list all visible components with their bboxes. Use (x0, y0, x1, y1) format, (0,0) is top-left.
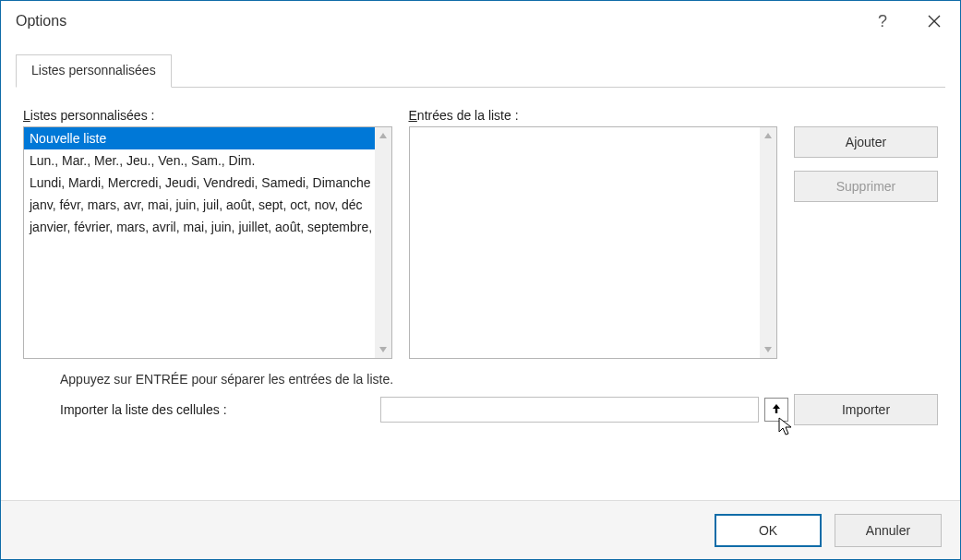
column-lists: Listes personnalisées : Nouvelle liste L… (23, 108, 392, 359)
import-button[interactable]: Importer (794, 394, 938, 425)
dialog-content: Listes personnalisées Listes personnalis… (1, 42, 960, 500)
add-button[interactable]: Ajouter (794, 126, 938, 158)
collapse-dialog-button[interactable] (764, 398, 788, 422)
tab-label: Listes personnalisées (31, 63, 156, 77)
tabpane: Listes personnalisées : Nouvelle liste L… (16, 88, 945, 500)
list-entries-textarea[interactable] (409, 126, 778, 359)
cursor-icon (778, 417, 795, 437)
import-row: Importer la liste des cellules : Importe… (60, 394, 938, 425)
list-item[interactable]: janv, févr, mars, avr, mai, juin, juil, … (24, 194, 375, 216)
scroll-up-icon[interactable] (763, 127, 773, 144)
list-item[interactable]: Nouvelle liste (24, 127, 375, 149)
list-item[interactable]: Lundi, Mardi, Mercredi, Jeudi, Vendredi,… (24, 172, 375, 194)
cancel-button[interactable]: Annuler (835, 514, 942, 547)
collapse-icon (770, 402, 783, 417)
help-text: Appuyez sur ENTRÉE pour séparer les entr… (60, 372, 938, 387)
scroll-down-icon[interactable] (763, 341, 773, 358)
delete-button[interactable]: Supprimer (794, 171, 938, 202)
titlebar: Options ? (1, 1, 960, 42)
tabstrip: Listes personnalisées (16, 54, 945, 88)
column-buttons: Ajouter Supprimer (794, 108, 938, 359)
custom-lists-listbox[interactable]: Nouvelle liste Lun., Mar., Mer., Jeu., V… (23, 126, 392, 359)
listbox-inner: Nouvelle liste Lun., Mar., Mer., Jeu., V… (24, 127, 375, 358)
tab-custom-lists[interactable]: Listes personnalisées (16, 54, 172, 88)
entries-scrollbar[interactable] (760, 127, 776, 358)
scroll-down-icon[interactable] (378, 341, 388, 358)
options-dialog: Options ? Listes personnalisées Listes p… (0, 0, 961, 560)
import-label: Importer la liste des cellules : (60, 402, 227, 417)
import-range-input[interactable] (380, 397, 759, 423)
ok-button[interactable]: OK (715, 514, 822, 547)
entries-label: Entrées de la liste : (409, 108, 778, 123)
help-button[interactable]: ? (857, 1, 908, 42)
titlebar-controls: ? (857, 1, 960, 42)
columns: Listes personnalisées : Nouvelle liste L… (23, 108, 938, 359)
dialog-footer: OK Annuler (1, 500, 960, 559)
list-item[interactable]: Lun., Mar., Mer., Jeu., Ven., Sam., Dim. (24, 149, 375, 172)
close-icon (928, 15, 941, 28)
scroll-up-icon[interactable] (378, 127, 388, 144)
listbox-scrollbar[interactable] (375, 127, 391, 358)
list-item[interactable]: janvier, février, mars, avril, mai, juin… (24, 216, 375, 238)
dialog-title: Options (16, 13, 66, 30)
column-entries: Entrées de la liste : (409, 108, 778, 359)
lists-label: Listes personnalisées : (23, 108, 392, 123)
close-button[interactable] (908, 1, 960, 42)
